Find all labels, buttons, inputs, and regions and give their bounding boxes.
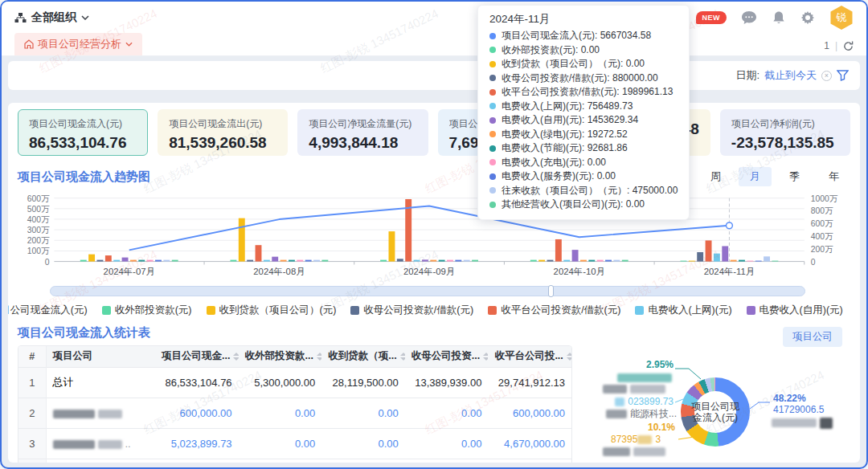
period-option-月[interactable]: 月 xyxy=(739,167,772,186)
table-row[interactable]: 2600,000.000.000.000.00600,000.00 xyxy=(18,398,571,428)
legend-item[interactable]: 电费收入(上网)(元) xyxy=(635,304,731,317)
callout-blue-name-redacted xyxy=(772,417,836,429)
tooltip-item: 电费收入(服务费)(元): 0.00 xyxy=(489,169,678,184)
value-cell[interactable]: 0.00 xyxy=(321,428,405,459)
tooltip-item: 电费收入(自用)(元): 1453629.34 xyxy=(489,113,678,128)
value-cell: 86,533,104.76 xyxy=(155,367,239,398)
kpi-card[interactable]: 项目公司现金流出(元)81,539,260.58 xyxy=(158,109,288,156)
tooltip-item: 收母公司投资款/借款(元): 880000.00 xyxy=(489,71,678,86)
new-badge[interactable]: NEW xyxy=(696,11,727,24)
table-row[interactable]: 4..200,000.000.000.000.00200,000.00 xyxy=(18,459,571,463)
value-cell[interactable]: 0.00 xyxy=(405,428,489,459)
tab-project-analysis[interactable]: 项目公司经营分析 xyxy=(14,33,142,55)
value-cell[interactable]: 0.00 xyxy=(239,398,322,428)
org-selector[interactable]: 全部组织 xyxy=(14,10,89,25)
tooltip-item: 收外部投资款(元): 0.00 xyxy=(489,43,678,58)
trend-title: 项目公司现金流入趋势图 xyxy=(18,169,150,185)
legend-item[interactable]: 收母公司投资款/借款(元) xyxy=(350,304,473,317)
trend-chart[interactable]: 600万500万400万300万200万100万01000万800万600万40… xyxy=(18,190,850,284)
table-header-cell[interactable]: 收外部投资款... xyxy=(239,346,322,367)
legend-label: 收母公司投资款/借款(元) xyxy=(363,304,473,317)
company-name-cell: .. xyxy=(46,428,155,459)
callout-teal-value-redacted xyxy=(617,372,675,383)
value-cell[interactable]: 0.00 xyxy=(321,459,405,463)
tooltip-item-text: 收母公司投资款/借款(元): 880000.00 xyxy=(502,71,658,86)
dimension-chip[interactable]: 项目公司 xyxy=(783,327,842,347)
svg-text:400万: 400万 xyxy=(811,232,833,241)
company-name-cell xyxy=(46,398,155,428)
tooltip-item: 电费收入(充电)(元): 0.00 xyxy=(489,156,678,170)
message-icon[interactable] xyxy=(741,10,757,25)
date-filter-value[interactable]: 截止到今天 xyxy=(764,68,817,83)
chart-zoom-brush[interactable] xyxy=(50,286,805,296)
value-cell[interactable]: 200,000.00 xyxy=(155,459,239,463)
period-option-年[interactable]: 年 xyxy=(817,167,850,186)
table-header-cell[interactable]: 收平台公司投... xyxy=(488,346,571,367)
value-cell[interactable]: 0.00 xyxy=(405,398,489,428)
filter-funnel-icon[interactable] xyxy=(837,70,849,81)
kpi-label: 项目公司现金流入(元) xyxy=(29,117,137,131)
kpi-card[interactable]: 项目公司净现金流量(元)4,993,844.18 xyxy=(297,109,428,156)
legend-item[interactable]: 收平台公司投资款/借款(元) xyxy=(488,304,620,317)
series-dot xyxy=(489,159,496,165)
value-cell[interactable]: 0.00 xyxy=(321,398,405,428)
table-header-cell[interactable]: 收到贷款（项... xyxy=(321,346,405,367)
table-head: #项目公司项目公司现金...收外部投资款...收到贷款（项...收母公司投资..… xyxy=(18,346,571,367)
kpi-card[interactable]: 项目公司净利润(元)-23,578,135.85 xyxy=(720,109,850,156)
value-cell[interactable]: 0.00 xyxy=(239,428,322,459)
table-row[interactable]: 1总计86,533,104.765,300,000.0028,119,500.0… xyxy=(18,367,571,398)
period-option-季[interactable]: 季 xyxy=(778,167,811,186)
tooltip-item-text: 往来收款（项目公司）（元）: 475000.00 xyxy=(502,184,678,198)
table-header-cell[interactable]: 项目公司现金... xyxy=(155,346,239,367)
series-dot xyxy=(489,202,496,208)
series-dot xyxy=(489,89,496,96)
clear-date-filter-icon[interactable]: × xyxy=(821,71,832,81)
period-option-周[interactable]: 周 xyxy=(699,167,732,186)
kpi-label: 项目公司净利润(元) xyxy=(731,117,839,131)
filter-bar: 日期: 截止到今天 × xyxy=(8,61,860,90)
value-cell[interactable]: 0.00 xyxy=(239,459,322,463)
svg-text:2024年-08月: 2024年-08月 xyxy=(253,267,305,276)
tooltip-item: 项目公司现金流入(元): 5667034.58 xyxy=(489,29,678,43)
bell-icon[interactable] xyxy=(772,10,786,25)
sort-icon[interactable] xyxy=(567,353,571,361)
legend-item[interactable]: 电费收入(自用)(元) xyxy=(747,304,843,317)
callout-blue: 48.22% xyxy=(773,393,806,404)
callout-yellow-name-redacted xyxy=(603,446,669,457)
svg-text:600万: 600万 xyxy=(811,219,833,228)
date-filter-label: 日期: xyxy=(735,68,760,83)
series-dot xyxy=(489,33,496,39)
user-avatar[interactable]: 锐 xyxy=(829,6,854,30)
kpi-card[interactable]: 项目公司现金流入(元)86,533,104.76 xyxy=(18,109,148,156)
legend-item[interactable]: 收外部投资款(元) xyxy=(102,304,192,317)
svg-text:500万: 500万 xyxy=(27,205,50,214)
chevron-down-icon xyxy=(125,42,133,47)
value-cell[interactable]: 5,023,899.73 xyxy=(155,428,239,459)
sort-icon[interactable] xyxy=(317,353,321,361)
series-dot xyxy=(489,145,496,152)
sort-icon[interactable] xyxy=(233,353,238,361)
sort-icon[interactable] xyxy=(400,353,405,361)
table-row[interactable]: 3..5,023,899.730.000.000.004,670,000.00 xyxy=(18,428,571,459)
gear-icon[interactable] xyxy=(800,10,815,25)
callout-teal: 2.95% xyxy=(614,359,674,370)
value-cell[interactable]: 600,000.00 xyxy=(488,398,571,428)
kpi-value: 4,993,844.18 xyxy=(309,134,416,152)
value-cell[interactable]: 200,000.00 xyxy=(488,459,571,463)
legend-item[interactable]: 收到贷款（项目公司）(元) xyxy=(207,304,337,317)
brush-handle[interactable] xyxy=(548,285,554,297)
svg-text:2024年-11月: 2024年-11月 xyxy=(704,267,755,276)
value-cell[interactable]: 600,000.00 xyxy=(155,398,239,428)
dashboard-app: 全部组织 案中心 NEW 锐 项目公司经营分析 xyxy=(0,0,868,469)
tooltip-item-text: 电费收入(服务费)(元): 0.00 xyxy=(502,169,616,184)
tooltip-item-text: 电费收入(自用)(元): 1453629.34 xyxy=(502,113,638,128)
trend-header: 项目公司现金流入趋势图 日周月季年 xyxy=(18,167,850,186)
refresh-icon[interactable] xyxy=(843,41,854,51)
value-cell[interactable]: 4,670,000.00 xyxy=(488,428,571,459)
table-header-cell[interactable]: 收母公司投资... xyxy=(405,346,489,367)
value-cell[interactable]: 0.00 xyxy=(405,459,489,463)
tooltip-item-text: 电费收入(充电)(元): 0.00 xyxy=(502,156,606,170)
legend-item[interactable]: 项目公司现金流入(元) xyxy=(8,304,88,317)
kpi-row: 项目公司现金流入(元)86,533,104.76项目公司现金流出(元)81,53… xyxy=(18,109,850,156)
sort-icon[interactable] xyxy=(483,353,488,361)
